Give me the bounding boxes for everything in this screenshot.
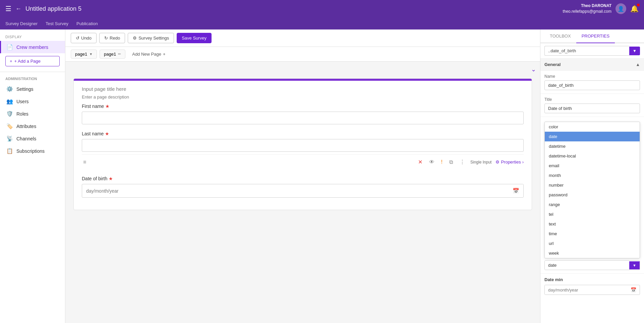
question-toolbar-left: ≡ [82,158,87,167]
crew-members-label: Crew members [16,45,48,50]
plus-icon: + [10,59,12,64]
general-section-header: General ▲ [540,59,644,71]
sidebar-item-settings[interactable]: ⚙️ Settings [0,83,65,95]
last-name-input[interactable] [82,139,524,152]
survey-area: ⌄ First name ★ [65,62,540,323]
copy-icon[interactable]: ⧉ [448,158,454,167]
users-icon: 👥 [6,98,13,105]
undo-button[interactable]: ↺ Undo [71,33,97,43]
page-description-input[interactable] [82,94,524,100]
user-email: theo.rellefapps@gmail.com [563,9,611,14]
first-name-input[interactable] [82,112,524,124]
sidebar-item-crew-members[interactable]: 📄 Crew members [0,41,65,53]
chevron-up-icon[interactable]: ⌄ [531,66,536,73]
title-input[interactable] [544,104,640,113]
name-field: Name [540,71,644,94]
main-layout: Display 📄 Crew members + + Add a Page Ad… [0,29,644,323]
sidebar-item-channels[interactable]: 📡 Channels [0,132,65,145]
gear-icon: ⚙ [133,36,137,41]
date-min-input[interactable] [545,285,627,295]
type-option-password[interactable]: password [545,190,640,200]
page-tab-1-breadcrumb[interactable]: page1 ✏ [100,50,125,59]
avatar[interactable]: 👤 [616,3,626,14]
warning-icon[interactable]: ! [440,158,444,167]
type-option-email[interactable]: email [545,161,640,171]
sidebar-item-users[interactable]: 👥 Users [0,95,65,108]
sidebar-item-roles[interactable]: 🛡️ Roles [0,108,65,120]
redo-button[interactable]: ↻ Redo [99,33,125,43]
type-option-range[interactable]: range [545,200,640,209]
back-arrow-icon[interactable]: ← [15,5,21,12]
visibility-icon[interactable]: 👁 [428,158,436,167]
type-option-month[interactable]: month [545,171,640,180]
add-page-button[interactable]: + + Add a Page [5,56,60,66]
page-tab-label: page1 [75,52,87,57]
more-icon[interactable]: ⋮ [458,157,466,167]
title-field: Title [540,94,644,117]
chevron-down-icon[interactable]: ▼ [89,52,93,56]
user-info: Theo DARONAT theo.rellefapps@gmail.com [563,3,611,14]
type-option-datetime-local[interactable]: datetime-local [545,151,640,161]
survey-settings-button[interactable]: ⚙ Survey Settings [128,33,174,43]
selected-type-value[interactable]: date [545,261,629,270]
date-min-input-wrapper: 📅 [544,285,640,295]
question-toolbar-right: ✕ 👁 ! ⧉ ⋮ Single Input ⚙ Properties [417,157,524,167]
calendar-icon[interactable]: 📅 [627,285,640,295]
type-dropdown-list: color date datetime datetime-local email… [544,122,640,258]
page-tabs: page1 ▼ page1 ✏ Add New Page + [65,47,540,62]
attributes-icon: 🏷️ [6,123,13,129]
right-panel-tabs: TOOLBOX PROPERTIES [540,29,644,43]
date-min-wrapper: Date min 📅 [540,274,644,298]
type-option-time[interactable]: time [545,229,640,239]
settings-icon: ⚙️ [6,86,13,92]
calendar-icon[interactable]: 📅 [509,184,523,197]
subnav-publication[interactable]: Publication [76,21,98,26]
sub-nav: Survey Designer Test Survey Publication [0,17,644,29]
sidebar-divider [0,72,65,72]
document-icon: 📄 [6,44,13,50]
question-date-of-birth: Date of birth ★ 📅 [82,176,524,198]
type-option-number[interactable]: number [545,180,640,190]
name-label: Name [544,74,640,79]
type-option-text[interactable]: text [545,219,640,229]
tab-toolbox[interactable]: TOOLBOX [544,29,576,43]
type-option-url[interactable]: url [545,239,640,248]
drag-icon[interactable]: ≡ [82,158,87,167]
subnav-test-survey[interactable]: Test Survey [46,21,68,26]
save-survey-button[interactable]: Save Survey [177,33,212,43]
subnav-survey-designer[interactable]: Survey Designer [5,21,38,26]
chevron-right-icon: › [522,159,524,165]
date-input[interactable] [82,185,509,197]
name-input[interactable] [544,80,640,90]
sidebar-item-attributes[interactable]: 🏷️ Attributes [0,120,65,132]
add-new-page-button[interactable]: Add New Page + [128,50,169,58]
field-selector-dropdown[interactable]: ▼ [629,47,640,55]
type-dropdown-arrow[interactable]: ▼ [629,261,640,269]
required-star: ★ [105,131,109,136]
tab-properties[interactable]: PROPERTIES [576,29,615,43]
sidebar-item-subscriptions[interactable]: 📋 Subscriptions [0,145,65,157]
title-label: Title [544,97,640,102]
first-name-label: First name ★ [82,104,524,109]
question-last-name: Last name ★ ≡ ✕ 👁 [82,131,524,169]
type-option-tel[interactable]: tel [545,209,640,219]
app-title: Untitled application 5 [25,5,81,12]
bell-icon[interactable]: 🔔 [630,5,639,13]
toolbar: ↺ Undo ↻ Redo ⚙ Survey Settings Save Sur… [65,29,540,47]
page-title-input[interactable] [82,86,524,92]
error-icon[interactable]: ✕ [417,157,424,167]
type-option-datetime[interactable]: datetime [545,141,640,151]
properties-link[interactable]: ⚙ Properties › [495,159,524,165]
general-label: General [544,62,561,67]
type-option-color[interactable]: color [545,122,640,132]
page-tab-1[interactable]: page1 ▼ [71,50,97,59]
subscriptions-icon: 📋 [6,148,13,154]
type-dropdown-selected: date ▼ [544,260,640,270]
type-option-week[interactable]: week [545,248,640,258]
type-option-date[interactable]: date [545,132,640,141]
chevron-up-icon[interactable]: ▲ [636,62,640,67]
date-input-wrapper: 📅 [82,184,524,198]
question-first-name: First name ★ [82,104,524,124]
field-selector-value[interactable]: ..date_of_birth [544,46,629,56]
hamburger-icon[interactable]: ☰ [5,5,11,13]
